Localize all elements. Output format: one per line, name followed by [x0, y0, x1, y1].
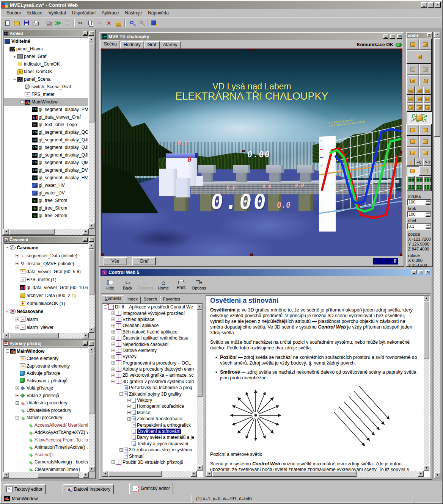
expand-icon[interactable]: +	[127, 411, 131, 414]
tree-item[interactable]: +Základní transformace	[102, 416, 196, 422]
selection-handle[interactable]	[250, 254, 253, 256]
paste-button[interactable]: ✑	[95, 19, 104, 27]
tab-hodnoty[interactable]: Hodnoty	[120, 41, 144, 49]
scroll-left-icon[interactable]: ◄	[102, 471, 108, 477]
tree-item[interactable]: +Datové elementy	[102, 347, 196, 354]
panel-maximize-button[interactable]: □	[89, 238, 94, 242]
hide-button[interactable]: Hide	[101, 278, 119, 293]
help-tree-vscrollbar[interactable]: ▲ ▼	[197, 304, 203, 471]
expand-icon[interactable]: +	[112, 460, 115, 464]
menu-vyhledat[interactable]: Vyhledat	[46, 9, 69, 16]
tree-item[interactable]: +panel_Graf	[4, 53, 88, 60]
tree-item[interactable]: −MainWindow	[4, 98, 88, 106]
tree-item[interactable]: label_ComOK	[4, 68, 88, 75]
rot0-a-button[interactable]: 0	[407, 103, 415, 111]
tree-item[interactable]: gl_water_HV	[4, 182, 88, 189]
expand-icon[interactable]: +	[112, 368, 115, 371]
tree-item[interactable]: ClearAnimationTimer()	[4, 466, 88, 471]
tree-item[interactable]: AddAxAyAzToAngleXYZ( var	[4, 429, 88, 437]
tree-item[interactable]: gl_tree_Strom	[4, 212, 88, 219]
help-tree-hscrollbar[interactable]: ◄ ►	[102, 471, 197, 477]
move-xy-wire-button[interactable]: ↕↔	[407, 64, 419, 75]
expand-icon[interactable]: +	[16, 254, 19, 257]
tree-item[interactable]: FPS_meter (1)	[4, 275, 88, 283]
cube-e-button[interactable]	[407, 147, 419, 158]
expand-icon[interactable]: +	[112, 349, 115, 352]
selection-handle[interactable]	[101, 254, 104, 256]
tab-search[interactable]: Search	[141, 296, 160, 303]
scroll-left-icon[interactable]: ◄	[206, 471, 212, 477]
tab-alarmy[interactable]: Alarmy	[160, 41, 181, 49]
collapse-icon[interactable]: −	[112, 380, 115, 383]
tree-item[interactable]: +alarm	[4, 315, 88, 323]
center-0-button[interactable]: +0	[415, 158, 423, 166]
help-titlebar[interactable]: ? Control Web 5 ▁ □ ✕	[101, 269, 431, 276]
scroll-up-icon[interactable]: ▲	[434, 32, 440, 38]
cube-wire-button[interactable]	[419, 166, 432, 176]
tree-item[interactable]: gl_segment_display_HV	[4, 174, 88, 182]
menu-editace[interactable]: Editace	[24, 9, 46, 16]
tree-item[interactable]: Perspektivní a orthografick	[102, 422, 196, 428]
tree-item[interactable]: Aktivuje přístroje	[4, 370, 88, 377]
tree-item[interactable]: +Ovládání aplikace	[102, 322, 196, 329]
tree-item[interactable]: +Homogenní souřadnice	[102, 403, 196, 409]
scroll-down-icon[interactable]: ▼	[197, 465, 203, 471]
rot90-c-button[interactable]: 90	[423, 86, 432, 95]
collapse-icon[interactable]: −	[16, 416, 19, 419]
mve-close-button[interactable]: ✕	[397, 34, 402, 39]
pointer-help-button[interactable]: ↖?	[423, 158, 432, 166]
save-button[interactable]	[22, 19, 31, 27]
move-free-button[interactable]: ↕⇗	[407, 50, 432, 64]
scroll-right-icon[interactable]: ►	[83, 229, 89, 235]
scroll-up-icon[interactable]: ▲	[424, 296, 429, 301]
tree-item[interactable]: +alarm_viewer	[4, 323, 88, 331]
spin-down-icon[interactable]: ▼	[426, 202, 430, 205]
tree-item[interactable]: +Vektory	[102, 397, 196, 403]
help-content-vscrollbar[interactable]: ▲ ▼	[424, 296, 429, 471]
scroll-thumb[interactable]	[424, 302, 429, 358]
help-print-button[interactable]: Print	[172, 278, 190, 293]
scroll-thumb[interactable]	[108, 471, 162, 477]
tree-item[interactable]: +3D zobrazovací stroj v systému	[102, 447, 196, 453]
tree-item[interactable]: +iterator_QMVE (infinite)	[4, 260, 88, 268]
tree-item[interactable]: +Vzhled aplikace	[102, 316, 196, 322]
expand-icon[interactable]: +	[112, 311, 115, 315]
scroll-up-icon[interactable]: ▲	[197, 304, 203, 310]
tree-item[interactable]: +Běh datově řízené aplikace	[102, 329, 196, 335]
tree-item[interactable]: +sequencer_Data (infinite)	[4, 252, 88, 260]
open-file-button[interactable]	[12, 19, 21, 27]
vzhled-hscrollbar[interactable]: ◄ ►	[3, 229, 89, 235]
tree-item[interactable]: archiver_Data (300, 2.1)	[4, 291, 88, 299]
help-minimize-button[interactable]: ▁	[412, 270, 416, 274]
tree-item[interactable]: gl_segment_display_QJP3	[4, 151, 88, 159]
copy-button[interactable]	[85, 19, 94, 27]
grid-c-button[interactable]	[423, 176, 432, 183]
scroll-down-icon[interactable]: ▼	[89, 223, 94, 229]
tree-item[interactable]: +Programování a procedury – OCL	[102, 360, 196, 366]
tree-item[interactable]: −Nativní procedury	[4, 414, 88, 422]
expand-icon[interactable]: +	[112, 355, 115, 358]
tree-item[interactable]: +Časování aplikací reálného času	[102, 335, 196, 341]
zoom-reset-button[interactable]	[136, 19, 145, 27]
print-button[interactable]	[31, 19, 40, 27]
tree-item[interactable]: Osvětlení a stínování	[102, 428, 196, 434]
selection-handle[interactable]	[400, 254, 402, 256]
menu-aplikace[interactable]: Aplikace	[99, 9, 122, 16]
menu-soubor[interactable]: Soubor	[3, 9, 24, 16]
vse-button[interactable]: Vše	[104, 257, 127, 265]
scroll-up-icon[interactable]: ▲	[89, 347, 94, 352]
expand-icon[interactable]: +	[112, 374, 115, 377]
tree-item[interactable]: AllowAccess( From, To : long	[4, 436, 88, 444]
tree-item[interactable]: gl_data_viewer_Graf (60, 10.6)	[4, 283, 88, 291]
tree-item[interactable]: +Volán z přístrojů	[4, 392, 88, 399]
menu-usporadani[interactable]: Uspořádání	[69, 9, 99, 16]
collapse-icon[interactable]: −	[13, 78, 16, 81]
panel-maximize-button[interactable]: □	[89, 31, 94, 36]
vzhled-vscrollbar[interactable]: ▲ ▼	[89, 37, 94, 229]
spin-down-icon[interactable]: ▼	[426, 214, 430, 217]
scroll-thumb[interactable]	[38, 472, 79, 478]
grid-f-button[interactable]	[423, 183, 432, 191]
tab-contents[interactable]: Contents	[102, 295, 124, 303]
expand-icon[interactable]: +	[112, 343, 115, 346]
tree-item[interactable]: CameraIsMoving() : boolean	[4, 459, 88, 466]
